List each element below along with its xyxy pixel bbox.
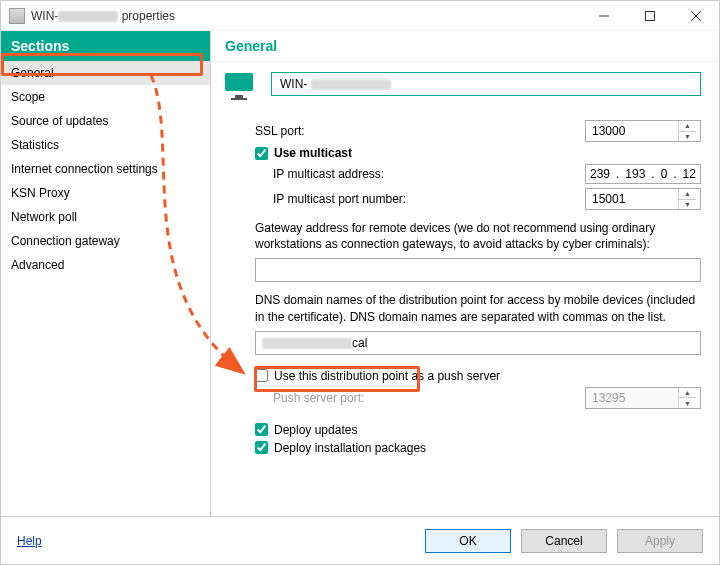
window-title-prefix: WIN- (31, 9, 58, 23)
push-port-input: ▲▼ (585, 387, 701, 409)
ip-multicast-address-label: IP multicast address: (273, 167, 384, 181)
deploy-updates-row: Deploy updates (255, 423, 701, 437)
dns-desc: DNS domain names of the distribution poi… (255, 292, 701, 324)
deploy-updates-checkbox[interactable]: Deploy updates (255, 423, 357, 437)
sidebar-item-network-poll[interactable]: Network poll (1, 205, 210, 229)
ip-multicast-port-value[interactable] (586, 189, 678, 209)
gateway-desc: Gateway address for remote devices (we d… (255, 220, 701, 252)
sidebar: Sections GeneralScopeSource of updatesSt… (1, 31, 211, 516)
ok-button[interactable]: OK (425, 529, 511, 553)
ip-octet-3[interactable]: 0 (661, 167, 668, 181)
window-title: WIN- properties (31, 9, 581, 23)
gateway-input[interactable] (255, 258, 701, 282)
sidebar-item-scope[interactable]: Scope (1, 85, 210, 109)
main-panel: General WIN- SSL port: ▲▼ (211, 31, 719, 516)
push-port-spinner: ▲▼ (678, 388, 696, 408)
deploy-updates-input[interactable] (255, 423, 268, 436)
ssl-port-spinner[interactable]: ▲▼ (678, 121, 696, 141)
deploy-packages-label: Deploy installation packages (274, 441, 426, 455)
footer: Help OK Cancel Apply (1, 516, 719, 564)
sidebar-item-connection-gateway[interactable]: Connection gateway (1, 229, 210, 253)
push-port-label: Push server port: (273, 391, 364, 405)
sidebar-item-statistics[interactable]: Statistics (1, 133, 210, 157)
app-icon (9, 8, 25, 24)
titlebar: WIN- properties (1, 1, 719, 31)
sidebar-item-general[interactable]: General (1, 61, 210, 85)
ip-octet-2[interactable]: 193 (625, 167, 645, 181)
maximize-button[interactable] (627, 1, 673, 30)
push-server-input[interactable] (255, 369, 268, 382)
sidebar-item-ksn-proxy[interactable]: KSN Proxy (1, 181, 210, 205)
close-button[interactable] (673, 1, 719, 30)
ssl-port-row: SSL port: ▲▼ (255, 120, 701, 142)
ip-multicast-port-row: IP multicast port number: ▲▼ (273, 188, 701, 210)
sidebar-list: GeneralScopeSource of updatesStatisticsI… (1, 61, 210, 277)
window-title-suffix: properties (118, 9, 175, 23)
dns-input[interactable]: cal (255, 331, 701, 355)
push-server-row: Use this distribution point as a push se… (255, 369, 701, 383)
use-multicast-input[interactable] (255, 147, 268, 160)
sidebar-item-internet-connection-settings[interactable]: Internet connection settings (1, 157, 210, 181)
ip-multicast-address-row: IP multicast address: 239. 193. 0. 12 (273, 164, 701, 184)
push-port-value (586, 388, 678, 408)
ssl-port-value[interactable] (586, 121, 678, 141)
redacted-host-main (311, 79, 391, 90)
help-link[interactable]: Help (17, 534, 42, 548)
minimize-button[interactable] (581, 1, 627, 30)
dns-block: DNS domain names of the distribution poi… (255, 292, 701, 354)
ip-multicast-port-input[interactable]: ▲▼ (585, 188, 701, 210)
push-server-checkbox[interactable]: Use this distribution point as a push se… (255, 369, 500, 383)
redacted-host (58, 11, 118, 22)
gateway-block: Gateway address for remote devices (we d… (255, 220, 701, 282)
dns-value-suffix: cal (352, 336, 367, 350)
use-multicast-label: Use multicast (274, 146, 352, 160)
push-port-row: Push server port: ▲▼ (273, 387, 701, 409)
sidebar-item-source-of-updates[interactable]: Source of updates (1, 109, 210, 133)
deploy-packages-checkbox[interactable]: Deploy installation packages (255, 441, 426, 455)
ssl-port-input[interactable]: ▲▼ (585, 120, 701, 142)
main-content: WIN- SSL port: ▲▼ Use multicast (211, 62, 719, 516)
push-server-label: Use this distribution point as a push se… (274, 369, 500, 383)
properties-window: WIN- properties Sections GeneralScopeSou… (0, 0, 720, 565)
window-controls (581, 1, 719, 30)
apply-button[interactable]: Apply (617, 529, 703, 553)
ip-multicast-address-input[interactable]: 239. 193. 0. 12 (585, 164, 701, 184)
use-multicast-row: Use multicast (255, 146, 701, 160)
deploy-packages-row: Deploy installation packages (255, 441, 701, 455)
ssl-port-label: SSL port: (255, 124, 305, 138)
ip-multicast-port-spinner[interactable]: ▲▼ (678, 189, 696, 209)
deploy-updates-label: Deploy updates (274, 423, 357, 437)
host-row: WIN- (225, 72, 701, 96)
main-header: General (211, 31, 719, 62)
monitor-icon (225, 73, 253, 95)
sidebar-item-advanced[interactable]: Advanced (1, 253, 210, 277)
redacted-dns (262, 338, 352, 349)
deploy-packages-input[interactable] (255, 441, 268, 454)
hostname-prefix: WIN- (280, 77, 307, 91)
ip-octet-4[interactable]: 12 (683, 167, 696, 181)
ip-multicast-port-label: IP multicast port number: (273, 192, 406, 206)
ip-octet-1[interactable]: 239 (590, 167, 610, 181)
use-multicast-checkbox[interactable]: Use multicast (255, 146, 352, 160)
svg-rect-1 (646, 11, 655, 20)
sidebar-header: Sections (1, 31, 210, 61)
hostname-field[interactable]: WIN- (271, 72, 701, 96)
cancel-button[interactable]: Cancel (521, 529, 607, 553)
